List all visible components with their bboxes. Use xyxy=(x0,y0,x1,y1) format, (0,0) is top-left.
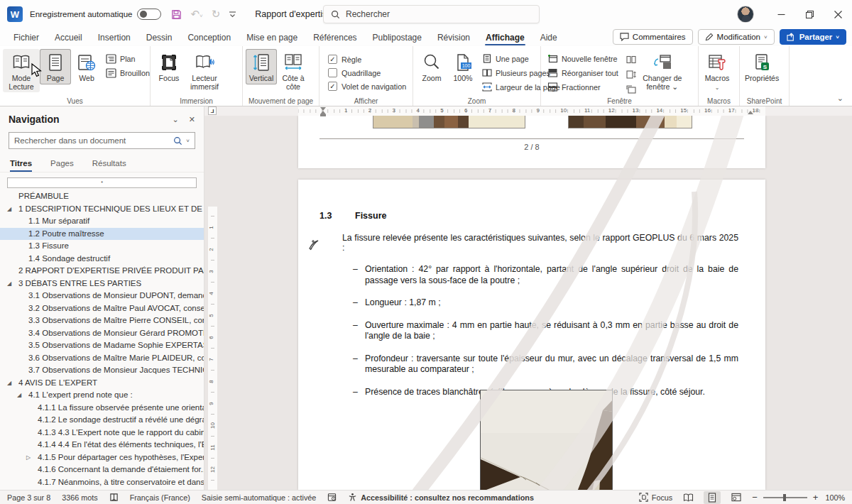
close-button[interactable] xyxy=(824,0,852,28)
side-by-side-button[interactable]: Côte à côte xyxy=(277,49,310,92)
zoom-in-button[interactable]: + xyxy=(813,492,819,503)
collapse-triangle-icon[interactable]: ◢ xyxy=(7,203,11,216)
account-avatar[interactable] xyxy=(737,6,754,23)
menu-tab-accueil[interactable]: Accueil xyxy=(47,28,90,46)
navigation-search-input[interactable]: Rechercher dans un document ˅ xyxy=(9,132,195,149)
menu-tab-insertion[interactable]: Insertion xyxy=(90,28,138,46)
customize-qat-icon[interactable] xyxy=(229,11,236,18)
bullet-item[interactable]: –Orientation : 42° par rapport à l'horiz… xyxy=(342,264,738,286)
horizontal-ruler[interactable]: L 123456789101112131415161718 xyxy=(204,106,852,116)
navigation-pane-options-icon[interactable]: ⌄ xyxy=(173,115,179,124)
navigation-tab-titres[interactable]: Titres xyxy=(10,159,32,172)
nav-heading-item[interactable]: 2 RAPPORT D'EXPERTISE PRIVÉE PRODUIT PAR… xyxy=(0,265,204,278)
read-mode-button[interactable]: Mode Lecture xyxy=(3,49,40,92)
nav-heading-item[interactable]: 4.1.1 La fissure observée présente une o… xyxy=(0,402,204,415)
nav-heading-item[interactable]: 4.1.2 Le sondage destructif a révélé une… xyxy=(0,414,204,427)
nav-heading-item[interactable]: 3.5 Observations de Madame Sophie EXPERT… xyxy=(0,339,204,352)
nav-heading-item[interactable]: 1.4 Sondage destructif xyxy=(0,253,204,265)
navigation-tab-résultats[interactable]: Résultats xyxy=(92,159,126,172)
nav-heading-item[interactable]: 3.7 Observations de Monsieur Jacques TEC… xyxy=(0,364,204,377)
autosave-toggle[interactable] xyxy=(137,9,161,20)
collapse-ribbon-icon[interactable]: ⌄ xyxy=(837,94,843,103)
nav-heading-item[interactable]: ◢4.1 L'expert prend note que : xyxy=(0,389,204,402)
immersive-reader-button[interactable]: Lecteur immersif xyxy=(185,49,224,92)
autocomplete-indicator[interactable]: Saisie semi-automatique : activée xyxy=(202,493,316,502)
nav-heading-item[interactable]: 3.6 Observations de Maître Marie PLAIDEU… xyxy=(0,352,204,365)
menu-tab-révision[interactable]: Révision xyxy=(430,28,478,46)
section-heading[interactable]: 1.3 Fissure xyxy=(320,211,738,221)
nav-heading-item[interactable]: 4.1.4 4.4 En l'état des éléments techniq… xyxy=(0,439,204,451)
menu-tab-fichier[interactable]: Fichier xyxy=(6,28,47,46)
navigation-search-chevron-icon[interactable]: ˅ xyxy=(186,138,190,144)
nav-heading-item[interactable]: ▷4.1.5 Pour départager ces hypothèses, l… xyxy=(0,451,204,464)
read-mode-view-icon[interactable] xyxy=(679,491,697,504)
properties-button[interactable]: S Propriétés xyxy=(743,49,781,84)
tab-selector[interactable]: L xyxy=(208,106,217,115)
page2-photo-left[interactable] xyxy=(373,116,525,128)
section-intro-paragraph[interactable]: La fissure relevée présente les caractér… xyxy=(342,233,738,253)
zoom-slider-track[interactable] xyxy=(763,497,807,498)
print-layout-button[interactable]: Page xyxy=(40,49,71,84)
menu-tab-aide[interactable]: Aide xyxy=(532,28,565,46)
web-layout-button[interactable]: Web xyxy=(71,49,102,84)
menu-tab-affichage[interactable]: Affichage xyxy=(478,28,532,46)
left-indent-marker[interactable] xyxy=(320,114,326,116)
share-button[interactable]: Partager ˅ xyxy=(780,29,846,45)
menu-tab-références[interactable]: Références xyxy=(305,28,364,46)
vertical-button[interactable]: Vertical xyxy=(246,49,277,84)
zoom-out-button[interactable]: − xyxy=(752,492,758,503)
navpane-checkbox[interactable]: ✓Volet de navigation xyxy=(328,82,406,91)
zoom-percentage[interactable]: 100% xyxy=(825,493,845,502)
navigation-pane-close-icon[interactable]: ✕ xyxy=(189,115,195,124)
restore-button[interactable] xyxy=(795,0,824,28)
collapse-triangle-icon[interactable]: ◢ xyxy=(17,389,21,402)
vertical-ruler[interactable]: 123456789101112 xyxy=(208,207,217,490)
menu-tab-publipostage[interactable]: Publipostage xyxy=(365,28,430,46)
expand-triangle-icon[interactable]: ▷ xyxy=(26,451,31,464)
navigation-tab-pages[interactable]: Pages xyxy=(50,159,74,172)
nav-heading-item[interactable]: 3.1 Observations de Monsieur DUPONT, dem… xyxy=(0,290,204,302)
gridlines-checkbox[interactable]: Quadrillage xyxy=(328,68,406,77)
menu-tab-dessin[interactable]: Dessin xyxy=(138,28,180,46)
bullet-item[interactable]: –Longueur : 1,87 m ; xyxy=(342,297,738,309)
right-indent-marker[interactable] xyxy=(748,111,753,114)
nav-heading-item[interactable]: ◢3 DÉBATS ENTRE LES PARTIES xyxy=(0,278,204,290)
nav-heading-item[interactable]: ◢4 AVIS DE L'EXPERT xyxy=(0,377,204,390)
word-count[interactable]: 3366 mots xyxy=(62,493,97,502)
page-3[interactable]: 1.3 Fissure La fissure relevée présente … xyxy=(298,180,765,490)
history-icon[interactable] xyxy=(327,493,337,502)
focus-button[interactable]: Focus xyxy=(153,49,185,84)
save-icon[interactable] xyxy=(171,9,182,20)
nav-heading-boxed[interactable]: * xyxy=(7,177,197,188)
nav-heading-item[interactable]: 4.1.6 Concernant la demande d'étaiement … xyxy=(0,464,204,476)
crack-photo[interactable] xyxy=(480,390,613,490)
web-layout-view-icon[interactable] xyxy=(728,491,745,504)
nav-heading-item[interactable]: 3.3 Observations de Maître Pierre CONSEI… xyxy=(0,314,204,327)
focus-mode-button[interactable]: Focus xyxy=(639,493,672,502)
arrange-all-button[interactable]: Réorganiser tout xyxy=(545,67,621,78)
editing-mode-button[interactable]: Modification ˅ xyxy=(698,29,775,45)
nav-heading-item[interactable]: 4.1.3 4.3 L'Expert note que le rapport d… xyxy=(0,427,204,439)
page-indicator[interactable]: Page 3 sur 8 xyxy=(7,493,50,502)
zoom-button[interactable]: Zoom xyxy=(416,49,447,84)
nav-heading-item[interactable]: 3.2 Observations de Maître Paul AVOCAT, … xyxy=(0,302,204,315)
redo-button[interactable]: ↻ xyxy=(212,8,221,21)
word-app-icon[interactable]: W xyxy=(7,6,23,22)
nav-heading-item[interactable]: 4.1.7 Néanmoins, à titre conservatoire e… xyxy=(0,476,204,489)
menu-tab-conception[interactable]: Conception xyxy=(180,28,239,46)
comments-button[interactable]: Commentaires xyxy=(613,29,693,45)
outline-view-button[interactable]: Plan xyxy=(104,53,152,65)
macros-button[interactable]: Macros⌄ xyxy=(701,49,733,93)
nav-heading-item[interactable]: ◢1 DESCRIPTION TECHNIQUE DES LIEUX ET DE… xyxy=(0,203,204,216)
ruler-checkbox[interactable]: ✓Règle xyxy=(328,55,406,64)
minimize-button[interactable] xyxy=(767,0,795,28)
language-indicator[interactable]: Français (France) xyxy=(130,493,190,502)
draft-view-button[interactable]: Brouillon xyxy=(104,67,152,79)
collapse-triangle-icon[interactable]: ◢ xyxy=(7,377,11,390)
nav-heading-item[interactable]: PRÉAMBULE xyxy=(0,190,204,203)
zoom-slider-thumb[interactable] xyxy=(783,494,786,501)
undo-button[interactable]: ↶˅ xyxy=(190,8,202,21)
synchronous-scrolling-icon[interactable] xyxy=(625,69,638,80)
collapse-triangle-icon[interactable]: ◢ xyxy=(7,278,11,290)
nav-heading-item[interactable]: 3.4 Observations de Monsieur Gérard PROM… xyxy=(0,327,204,340)
